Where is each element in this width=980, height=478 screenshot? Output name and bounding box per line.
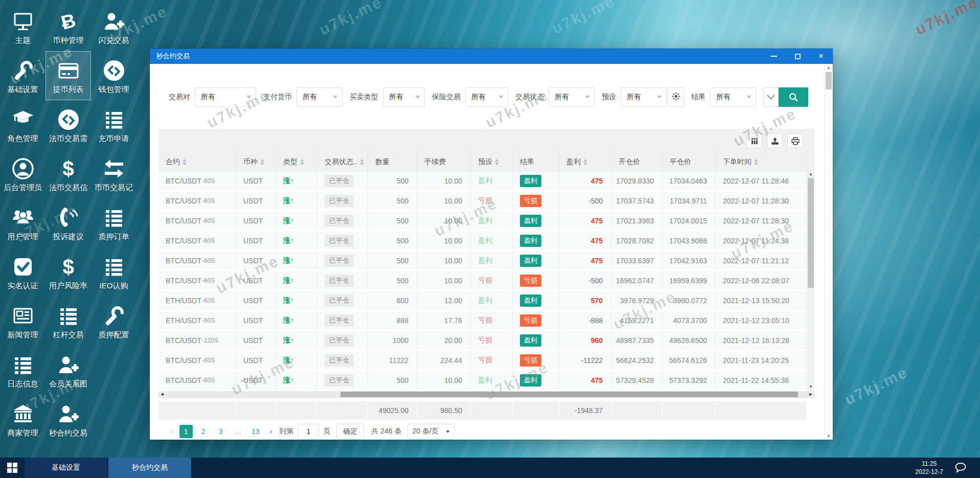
desktop-icon-新闻管理[interactable]: 新闻管理 — [0, 297, 45, 346]
column-header-交易状态..[interactable]: 交易状态.. — [317, 152, 368, 172]
sort-carets-icon[interactable] — [754, 159, 758, 165]
search-button[interactable] — [779, 87, 808, 107]
sort-carets-icon[interactable] — [583, 159, 587, 165]
scroll-left-icon[interactable]: ◄ — [158, 391, 166, 398]
print-icon[interactable] — [787, 133, 803, 148]
column-header-开仓价[interactable]: 开仓价 — [611, 152, 663, 172]
desktop-icon-质押订单[interactable]: 质押订单 — [91, 198, 136, 247]
desktop-icon-主题[interactable]: 主题 — [0, 2, 45, 51]
table-vertical-scrollbar[interactable]: ▲ ▼ — [807, 172, 814, 389]
table-row[interactable]: BTC/USDT-60SUSDT涨↑已平仓50010.00亏损亏损-500169… — [158, 271, 807, 289]
scroll-down-icon[interactable]: ▼ — [807, 384, 814, 389]
table-row[interactable]: BTC/USDT-60SUSDT涨↑已平仓50010.00盈利盈利4755732… — [158, 371, 807, 389]
table-row[interactable]: ETH/USDT-60SUSDT涨↑已平仓60012.00盈利盈利5703976… — [158, 291, 807, 309]
taskbar-item-秒合约交易[interactable]: 秒合约交易 — [108, 458, 191, 478]
column-header-类型[interactable]: 类型 — [276, 152, 317, 172]
desktop-icon-法币交易信[interactable]: $法币交易信 — [45, 149, 91, 198]
scroll-right-icon[interactable]: ► — [807, 391, 814, 398]
scroll-up-icon[interactable]: ▲ — [807, 172, 814, 176]
filter-select-预设[interactable]: 所有 — [621, 87, 667, 107]
column-header-数量[interactable]: 数量 — [368, 152, 417, 172]
desktop-icon-提币列表[interactable]: 提币列表 — [45, 51, 91, 100]
table-row[interactable]: BTC/USDT-120SUSDT涨↑已平仓100020.00亏损盈利96048… — [158, 331, 807, 349]
desktop-icon-会员关系图[interactable]: 会员关系图 — [45, 346, 91, 395]
page-button-13[interactable]: 13 — [249, 425, 262, 438]
scroll-up-icon[interactable]: ▲ — [825, 64, 833, 71]
column-header-平仓价[interactable]: 平仓价 — [663, 152, 716, 172]
column-header-结果[interactable]: 结果 — [513, 152, 559, 172]
desktop-icon-币币交易记[interactable]: 币币交易记 — [91, 149, 136, 198]
desktop-icon-角色管理[interactable]: 角色管理 — [0, 100, 45, 149]
desktop-icon-秒合约交易[interactable]: 秒合约交易 — [45, 395, 91, 444]
desktop-icon-法币交易需[interactable]: 法币交易需 — [45, 100, 91, 149]
columns-icon[interactable] — [746, 133, 762, 148]
column-header-盈利[interactable]: 盈利 — [559, 152, 611, 172]
filter-select-交易状态[interactable]: 所有 — [549, 87, 595, 107]
desktop-icon-IEO认购[interactable]: IEO认购 — [91, 247, 136, 297]
filter-select-保险交易[interactable]: 所有 — [465, 87, 508, 107]
column-header-手续费[interactable]: 手续费 — [417, 152, 471, 172]
sort-carets-icon[interactable] — [183, 159, 187, 165]
sort-carets-icon[interactable] — [300, 159, 304, 165]
desktop-icon-商家管理[interactable]: 商家管理 — [0, 395, 45, 444]
expand-filters-button[interactable] — [763, 87, 779, 107]
table-row[interactable]: BTC/USDT-60SUSDT涨↑已平仓50010.00盈利盈利4751702… — [158, 172, 807, 190]
taskbar-item-基础设置[interactable]: 基础设置 — [25, 458, 107, 478]
scroll-down-icon[interactable]: ▼ — [825, 433, 833, 440]
desktop-icon-后台管理员[interactable]: 后台管理员 — [0, 149, 45, 198]
export-icon[interactable] — [767, 133, 783, 148]
desktop-icon-钱包管理[interactable]: 钱包管理 — [91, 51, 136, 100]
chat-bubble-icon[interactable] — [954, 462, 967, 476]
maximize-button[interactable] — [786, 49, 809, 64]
desktop-icon-充币申请[interactable]: 充币申请 — [91, 100, 136, 149]
status-badge: 已平仓 — [325, 294, 354, 307]
page-button-3[interactable]: 3 — [214, 425, 227, 438]
column-header-预设[interactable]: 预设 — [471, 152, 513, 172]
minimize-button[interactable] — [762, 49, 786, 64]
desktop-icon-杠杆交易[interactable]: 杠杆交易 — [45, 297, 91, 346]
desktop-icon-用户管理[interactable]: 用户管理 — [0, 198, 45, 247]
start-button[interactable] — [0, 458, 25, 478]
cell-qty: 500 — [368, 252, 417, 269]
gear-button[interactable] — [668, 87, 684, 107]
chevron-down-icon — [585, 96, 590, 99]
filter-select-支付货币[interactable]: 所有 — [297, 87, 343, 107]
filter-select-交易对[interactable]: 所有 — [195, 87, 256, 107]
table-row[interactable]: ETH/USDT-60SUSDT涨↑已平仓88817.76亏损亏损-888415… — [158, 311, 807, 329]
close-button[interactable]: × — [809, 49, 833, 64]
sort-carets-icon[interactable] — [260, 159, 264, 165]
sort-carets-icon[interactable] — [360, 159, 364, 165]
column-header-合约[interactable]: 合约 — [158, 152, 236, 172]
table-row[interactable]: BTC/USDT-60SUSDT涨↑已平仓50010.00亏损亏损-500170… — [158, 192, 807, 210]
result-badge: 盈利 — [520, 255, 541, 267]
table-vscroll-thumb[interactable] — [808, 178, 814, 288]
table-row[interactable]: BTC/USDT-60SUSDT涨↑已平仓50010.00盈利盈利4751702… — [158, 212, 807, 230]
desktop-icon-投诉建议[interactable]: 投诉建议 — [45, 198, 91, 247]
desktop-icon-用户风险率[interactable]: $用户风险率 — [45, 247, 91, 297]
page-size-select[interactable]: 20 条/页 — [407, 424, 454, 439]
table-row[interactable]: BTC/USDT-60SUSDT涨↑已平仓11222224.44亏损亏损-112… — [158, 351, 807, 369]
table-horizontal-scrollbar[interactable]: ◄ ► — [158, 391, 814, 398]
table-hscroll-thumb[interactable] — [340, 392, 798, 397]
window-scroll-thumb[interactable] — [826, 72, 832, 89]
table-row[interactable]: BTC/USDT-60SUSDT涨↑已平仓50010.00盈利盈利4751702… — [158, 232, 807, 249]
column-header-币种[interactable]: 币种 — [236, 152, 276, 172]
confirm-button[interactable]: 确定 — [336, 424, 364, 439]
desktop-icon-币种管理[interactable]: Ƀ币种管理 — [45, 2, 91, 51]
desktop-icon-基础设置[interactable]: 基础设置 — [0, 51, 45, 100]
desktop-icon-闪兑交易[interactable]: 闪兑交易 — [91, 2, 136, 51]
filter-select-结果[interactable]: 所有 — [710, 87, 756, 107]
desktop-icon-质押配置[interactable]: 质押配置 — [91, 297, 136, 346]
sort-carets-icon[interactable] — [495, 159, 499, 165]
desktop-icon-实名认证[interactable]: 实名认证 — [0, 247, 45, 297]
table-row[interactable]: BTC/USDT-60SUSDT涨↑已平仓50010.00盈利盈利4751703… — [158, 252, 807, 269]
desktop-icon-日志信息[interactable]: 日志信息 — [0, 346, 45, 395]
filter-select-买卖类型[interactable]: 所有 — [383, 87, 425, 107]
next-page-icon[interactable]: › — [269, 426, 272, 437]
prev-page-icon[interactable]: ‹ — [170, 426, 173, 437]
goto-page-input[interactable] — [298, 424, 319, 439]
page-button-2[interactable]: 2 — [197, 425, 210, 438]
column-header-下单时间[interactable]: 下单时间 — [716, 152, 807, 172]
window-scrollbar[interactable]: ▲ ▼ — [824, 64, 833, 440]
page-button-1[interactable]: 1 — [179, 425, 193, 438]
